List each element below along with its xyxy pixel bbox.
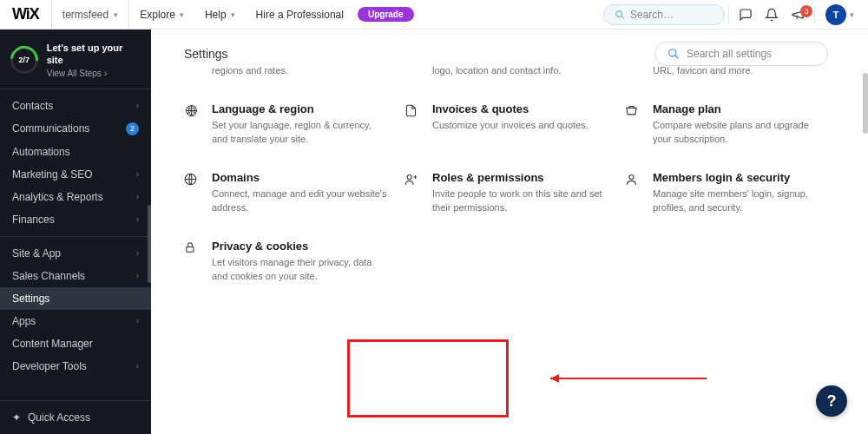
globe-icon: 🌐︎ — [184, 102, 200, 147]
settings-card-partial[interactable]: logo, location and contact info. — [404, 64, 608, 78]
explore-link[interactable]: Explore▾ — [129, 9, 194, 21]
chevron-down-icon: ▾ — [180, 10, 184, 19]
chevron-down-icon: ▾ — [850, 10, 854, 19]
chevron-right-icon: › — [136, 361, 139, 371]
invoice-icon — [404, 102, 420, 147]
svg-point-2 — [669, 49, 676, 56]
svg-line-3 — [675, 56, 679, 59]
sidebar-item-automations[interactable]: Automations — [0, 141, 151, 163]
top-bar: WiX termsfeed ▾ Explore▾ Help▾ Hire a Pr… — [0, 0, 868, 30]
account-menu[interactable]: T ▾ — [819, 4, 861, 25]
settings-card-members[interactable]: Members login & securityManage site memb… — [625, 171, 828, 215]
roles-icon — [404, 171, 420, 215]
count-badge: 2 — [126, 122, 139, 135]
sidebar-item-developer-tools[interactable]: Developer Tools› — [0, 355, 151, 378]
progress-ring: 2/7 — [10, 46, 38, 74]
sidebar-item-marketing[interactable]: Marketing & SEO› — [0, 163, 151, 186]
chat-icon[interactable] — [733, 8, 759, 22]
content-scrollbar[interactable] — [863, 73, 868, 134]
chevron-right-icon: › — [104, 69, 107, 78]
svg-point-5 — [407, 174, 411, 179]
chevron-down-icon: ▾ — [231, 10, 235, 19]
chevron-right-icon: › — [136, 192, 139, 201]
settings-card-partial[interactable]: regions and rates. — [184, 64, 387, 78]
chevron-right-icon: › — [136, 214, 139, 224]
svg-point-6 — [629, 174, 634, 179]
plan-icon — [625, 102, 641, 147]
bell-icon[interactable] — [759, 8, 785, 22]
svg-point-0 — [616, 10, 622, 16]
announce-icon[interactable]: 3 — [785, 8, 811, 22]
sidebar-item-sales-channels[interactable]: Sales Channels› — [0, 265, 151, 287]
annotation-arrow — [542, 370, 715, 387]
chevron-right-icon: › — [136, 169, 139, 179]
sidebar: 2/7 Let's set up your site View All Step… — [0, 30, 151, 434]
hire-link[interactable]: Hire a Professional — [246, 9, 354, 21]
domain-icon — [184, 171, 200, 215]
setup-title: Let's set up your site — [47, 42, 141, 67]
setup-panel[interactable]: 2/7 Let's set up your site View All Step… — [0, 30, 151, 89]
sidebar-item-apps[interactable]: Apps› — [0, 310, 151, 332]
global-search-input[interactable]: Search… — [603, 4, 725, 25]
settings-card-partial[interactable]: URL, favicon and more. — [625, 64, 828, 78]
sidebar-item-finances[interactable]: Finances› — [0, 208, 151, 231]
chevron-right-icon: › — [136, 271, 139, 280]
settings-search-input[interactable]: Search all settings — [654, 42, 828, 66]
help-fab-button[interactable]: ? — [816, 385, 847, 417]
sidebar-item-analytics[interactable]: Analytics & Reports› — [0, 186, 151, 208]
svg-line-1 — [621, 16, 624, 18]
content-area: Settings Search all settings regions and… — [151, 30, 868, 434]
annotation-highlight — [347, 339, 509, 418]
site-dropdown[interactable]: termsfeed ▾ — [51, 0, 129, 29]
avatar: T — [825, 4, 846, 25]
svg-marker-9 — [550, 374, 559, 383]
search-placeholder: Search… — [630, 9, 674, 21]
chevron-right-icon: › — [136, 316, 139, 326]
settings-card-privacy-cookies[interactable]: Privacy & cookiesLet visitors manage the… — [184, 240, 387, 284]
sidebar-item-site-app[interactable]: Site & App› — [0, 242, 151, 265]
help-link[interactable]: Help▾ — [194, 9, 246, 21]
chevron-down-icon: ▾ — [114, 10, 118, 19]
sidebar-item-contacts[interactable]: Contacts› — [0, 95, 151, 117]
settings-card-invoices[interactable]: Invoices & quotesCustomize your invoices… — [404, 102, 608, 147]
site-name: termsfeed — [62, 9, 108, 21]
upgrade-button[interactable]: Upgrade — [358, 7, 414, 22]
settings-card-domains[interactable]: DomainsConnect, manage and edit your web… — [184, 171, 387, 215]
lock-icon — [184, 240, 200, 284]
members-icon — [625, 171, 641, 215]
sidebar-item-communications[interactable]: Communications2 — [0, 117, 151, 141]
search-placeholder: Search all settings — [687, 48, 772, 60]
svg-rect-7 — [187, 247, 194, 252]
quick-access-button[interactable]: ✦Quick Access — [0, 400, 151, 434]
settings-card-language[interactable]: 🌐︎Language & regionSet your language, re… — [184, 102, 387, 147]
notification-badge: 3 — [800, 5, 812, 17]
chevron-right-icon: › — [136, 101, 139, 110]
search-icon — [615, 10, 625, 20]
wix-logo[interactable]: WiX — [0, 5, 51, 23]
sidebar-item-settings[interactable]: Settings — [0, 287, 151, 310]
search-icon — [667, 48, 680, 60]
settings-card-manage-plan[interactable]: Manage planCompare website plans and upg… — [625, 102, 828, 147]
settings-card-roles[interactable]: Roles & permissionsInvite people to work… — [404, 171, 608, 215]
page-title: Settings — [184, 47, 228, 61]
chevron-right-icon: › — [136, 248, 139, 258]
view-steps-link[interactable]: View All Steps› — [47, 69, 141, 78]
sidebar-item-content-manager[interactable]: Content Manager — [0, 332, 151, 355]
sparkle-icon: ✦ — [12, 411, 21, 424]
